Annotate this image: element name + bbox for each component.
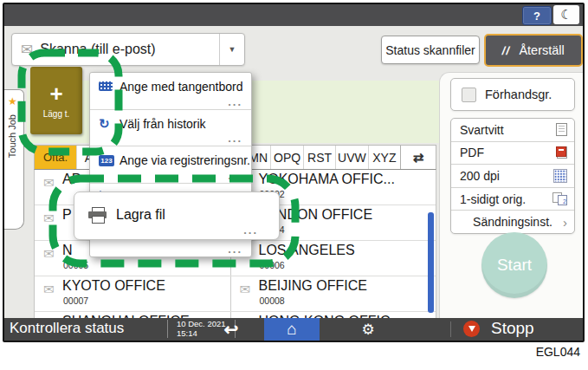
plus-icon: + (49, 83, 62, 104)
list-scrollbar[interactable] (428, 212, 434, 313)
pdf-file-icon (556, 146, 567, 159)
menu-item-label: Ange med tangentbord (120, 80, 242, 94)
checkbox-icon[interactable] (462, 88, 476, 102)
ellipsis-icon: ... (228, 95, 242, 108)
setting-label: Svartvitt (460, 123, 504, 137)
start-button[interactable]: Start (481, 232, 547, 298)
setting-label: PDF (460, 146, 484, 159)
add-destination-button[interactable]: + Lägg t. (30, 67, 82, 134)
entry-name: BEIJING OFFICE (259, 278, 367, 294)
entry-name: KYOTO OFFICE (62, 278, 165, 294)
setting-original-side[interactable]: 1-sidigt orig. 2 (451, 188, 574, 211)
ellipsis-icon: ... (228, 169, 242, 182)
one-sided-original-icon: 2 (552, 192, 567, 205)
touch-job-tab-label: Touch Job (7, 114, 17, 158)
check-status-button[interactable]: Kontrollera status (10, 320, 124, 337)
menu-item-label: Ange via registreringsnr. (120, 153, 250, 167)
home-icon: ⌂ (287, 320, 296, 339)
scanned-files-status-button[interactable]: Status skannfiler (381, 36, 480, 64)
setting-label: 1-sidigt orig. (460, 192, 526, 206)
function-dropdown-label: Skanna (till e-post) (40, 42, 219, 57)
grayscale-pages-icon (556, 123, 567, 136)
mail-icon: ✉ (43, 282, 55, 297)
time-label: 15:14 (177, 328, 197, 338)
manual-figure: ? ☾ ✉ Skanna (till e-post) ▼ Status skan… (0, 0, 588, 370)
keyboard-icon (99, 81, 113, 91)
back-arrow-icon: ↩ (224, 319, 239, 340)
entry-id: 00008 (260, 295, 285, 306)
entry-name: P (62, 207, 72, 223)
chevron-right-icon: › (563, 215, 567, 230)
help-button[interactable]: ? (522, 6, 552, 25)
menu-item-history[interactable]: ↻ Välj från historik ... (90, 110, 251, 147)
address-entry[interactable]: ✉ SHANGHAI OFFICE (35, 312, 230, 318)
device-touchscreen: ? ☾ ✉ Skanna (till e-post) ▼ Status skan… (3, 3, 585, 342)
preview-toggle[interactable]: Förhandsgr. (450, 78, 575, 111)
address-entry[interactable]: ✉ BEIJING OFFICE 00008 (230, 276, 436, 311)
back-button[interactable]: ↩ (214, 318, 249, 341)
history-icon: ↻ (99, 119, 110, 128)
store-file-label: Lagra fil (116, 207, 165, 223)
tab-rst[interactable]: RST (303, 146, 335, 169)
entry-id: 00007 (63, 295, 88, 306)
address-entry[interactable]: ✉ LOS ANGELES 00006 (230, 241, 436, 276)
divider (450, 321, 451, 337)
entry-name: YOKOHAMA OFFIC... (259, 172, 395, 187)
ellipsis-icon: ... (228, 132, 242, 145)
reset-button[interactable]: // Återställ (484, 34, 583, 67)
resolution-dots-icon (553, 169, 567, 183)
setting-resolution[interactable]: 200 dpi (451, 165, 574, 188)
mail-icon: ✉ (43, 211, 55, 226)
send-settings-button[interactable]: Sändningsinst. › (451, 211, 574, 233)
address-entry[interactable]: ✉ HONG KONG OFFIC... (230, 312, 436, 318)
touch-job-tab[interactable]: ★ Touch Job (4, 89, 24, 230)
entry-name: AP (62, 172, 81, 187)
menu-item-registration-number[interactable]: 123 Ange via registreringsnr. ... (90, 146, 251, 184)
tab-frequent[interactable]: Ofta. (35, 146, 76, 169)
gear-icon: ⚙ (361, 321, 374, 339)
settings-button[interactable]: ⚙ (352, 318, 384, 341)
reset-button-label: Återställ (519, 43, 564, 57)
ellipsis-icon: ... (228, 243, 242, 256)
function-dropdown[interactable]: ✉ Skanna (till e-post) ▼ (11, 33, 245, 66)
favorite-star-icon: ★ (8, 95, 17, 107)
switch-view-icon: ⇄ (413, 150, 424, 166)
menu-item-label: Välj från historik (120, 117, 206, 131)
system-top-bar: ? ☾ (4, 4, 583, 26)
store-file-callout[interactable]: Lagra fil ... (74, 191, 280, 240)
energy-saver-button[interactable]: ☾ (553, 5, 579, 24)
tab-xyz[interactable]: XYZ (368, 146, 400, 169)
menu-item-keyboard[interactable]: Ange med tangentbord ... (90, 73, 251, 110)
entry-id: 00006 (260, 260, 285, 270)
home-button[interactable]: ⌂ (264, 318, 320, 341)
entry-name: LOS ANGELES (259, 243, 355, 258)
mail-icon: ✉ (43, 175, 55, 191)
stop-icon[interactable] (463, 321, 480, 337)
moon-icon: ☾ (560, 7, 572, 23)
scan-settings-card: Svartvitt PDF 200 dpi 1-sidigt orig. 2 S… (450, 118, 575, 234)
list-row: ✉ SHANGHAI OFFICE ✉ HONG KONG OFFIC... (35, 312, 436, 318)
dropdown-caret[interactable]: ▼ (219, 34, 244, 65)
store-file-icon (88, 207, 107, 223)
settings-sidebar: Förhandsgr. Svartvitt PDF 200 dpi 1-sidi… (439, 72, 584, 319)
setting-color-mode[interactable]: Svartvitt (451, 119, 574, 142)
send-settings-label: Sändningsinst. (473, 215, 552, 229)
preview-label: Förhandsgr. (485, 88, 552, 101)
reset-icon: // (501, 44, 512, 57)
system-bottom-bar: Kontrollera status 10 Dec. 2021 15:14 ↩ … (4, 318, 583, 341)
setting-file-format[interactable]: PDF (451, 142, 574, 166)
entry-name: N (62, 243, 73, 258)
add-destination-label: Lägg t. (43, 109, 70, 119)
entry-id: 00005 (63, 260, 88, 270)
switch-list-button[interactable]: ⇄ (400, 146, 436, 169)
address-entry[interactable]: ✉ KYOTO OFFICE 00007 (35, 276, 230, 311)
tab-uvw[interactable]: UVW (335, 146, 367, 169)
mail-icon: ✉ (240, 282, 251, 297)
tab-opq[interactable]: OPQ (270, 146, 302, 169)
stop-button-label[interactable]: Stopp (491, 319, 534, 338)
figure-code-label: EGL044 (485, 345, 580, 359)
ellipsis-icon: ... (243, 224, 258, 237)
mail-icon: ✉ (21, 41, 33, 59)
mail-icon: ✉ (43, 246, 55, 262)
setting-label: 200 dpi (460, 169, 500, 183)
